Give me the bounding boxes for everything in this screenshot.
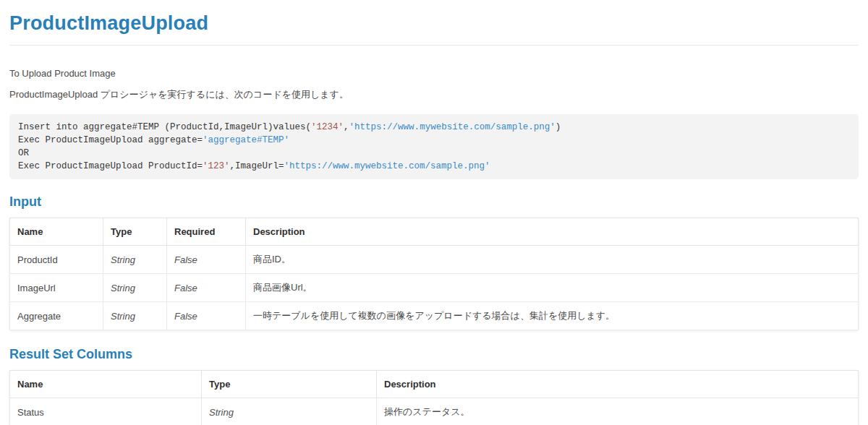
column-header: Type: [202, 371, 377, 398]
code-line: OR: [18, 147, 850, 160]
code-string-token: 'aggregate#TEMP': [203, 135, 289, 145]
table-cell: Status: [10, 398, 202, 425]
code-text: ,ImageUrl=: [230, 161, 284, 171]
input-parameters-table: NameTypeRequiredDescription ProductIdStr…: [9, 218, 859, 330]
column-header: Description: [377, 371, 859, 398]
intro-text: To Upload Product Image: [9, 68, 859, 80]
table-cell: Aggregate: [10, 302, 103, 330]
table-header-row: NameTypeDescription: [10, 371, 859, 398]
code-string-token: 'https://www.mywebsite.com/sample.png': [349, 122, 556, 132]
code-text: Exec ProductImageUpload ProductId=: [18, 161, 203, 171]
table-cell: String: [202, 398, 377, 425]
code-number-token: '1234': [311, 122, 344, 132]
column-header: Required: [167, 218, 246, 246]
table-cell: False: [167, 246, 246, 274]
input-section-heading: Input: [9, 194, 859, 210]
table-row: ImageUrlStringFalse商品画像Url。: [10, 274, 859, 302]
table-cell: String: [103, 246, 167, 274]
code-content: Insert into aggregate#TEMP (ProductId,Im…: [18, 121, 850, 173]
table-row: ProductIdStringFalse商品ID。: [10, 246, 859, 274]
table-cell: 商品画像Url。: [246, 274, 859, 302]
table-cell: ProductId: [10, 246, 103, 274]
result-section-heading: Result Set Columns: [9, 346, 859, 362]
result-set-columns-table: NameTypeDescription StatusString操作のステータス…: [9, 370, 859, 425]
code-text: Insert into aggregate#TEMP (ProductId,Im…: [18, 122, 311, 132]
table-cell: ImageUrl: [10, 274, 103, 302]
code-block: Insert into aggregate#TEMP (ProductId,Im…: [9, 114, 859, 179]
table-cell: String: [103, 302, 167, 330]
table-row: StatusString操作のステータス。: [10, 398, 859, 425]
table-row: AggregateStringFalse一時テーブルを使用して複数の画像をアップ…: [10, 302, 859, 330]
code-string-token: 'https://www.mywebsite.com/sample.png': [284, 161, 490, 171]
code-text: Exec ProductImageUpload aggregate=: [18, 135, 203, 145]
table-cell: 商品ID。: [246, 246, 859, 274]
table-cell: False: [167, 302, 246, 330]
page-title: ProductImageUpload: [9, 12, 859, 35]
table-header-row: NameTypeRequiredDescription: [10, 218, 859, 246]
document-page: ProductImageUpload To Upload Product Ima…: [0, 12, 868, 425]
code-text: OR: [18, 148, 29, 158]
column-header: Description: [246, 218, 859, 246]
code-line: Exec ProductImageUpload ProductId='123',…: [18, 160, 850, 173]
code-number-token: '123': [203, 161, 230, 171]
code-text: ): [556, 122, 561, 132]
column-header: Type: [103, 218, 167, 246]
table-cell: 操作のステータス。: [377, 398, 859, 425]
title-divider: [9, 45, 859, 46]
code-line: Insert into aggregate#TEMP (ProductId,Im…: [18, 121, 850, 134]
code-text: ,: [344, 122, 349, 132]
table-cell: False: [167, 274, 246, 302]
column-header: Name: [10, 218, 103, 246]
table-cell: String: [103, 274, 167, 302]
column-header: Name: [10, 371, 202, 398]
table-cell: 一時テーブルを使用して複数の画像をアップロードする場合は、集計を使用します。: [246, 302, 859, 330]
code-line: Exec ProductImageUpload aggregate='aggre…: [18, 134, 850, 147]
usage-note-text: ProductImageUpload プロシージャを実行するには、次のコードを使…: [9, 89, 859, 100]
